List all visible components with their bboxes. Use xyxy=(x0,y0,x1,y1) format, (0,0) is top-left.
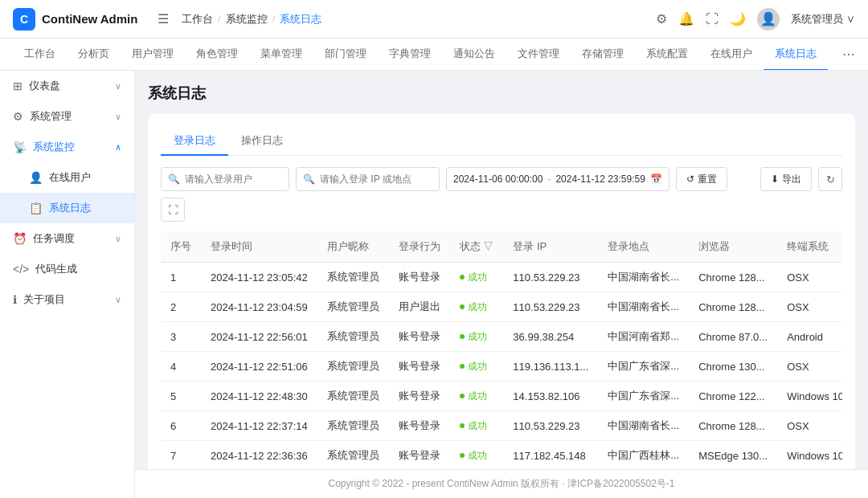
tab-user-manage[interactable]: 用户管理 xyxy=(121,39,185,71)
settings-icon[interactable]: ⚙ xyxy=(656,11,667,27)
cell-browser: MSEdge 130... xyxy=(689,441,777,470)
cell-time: 2024-11-12 22:37:14 xyxy=(201,411,317,441)
tab-analysis[interactable]: 分析页 xyxy=(67,39,121,71)
col-user: 用户昵称 xyxy=(317,231,389,263)
online-user-icon: 👤 xyxy=(29,171,43,184)
cell-status: 成功 xyxy=(450,322,504,352)
tab-online-user[interactable]: 在线用户 xyxy=(699,39,764,71)
codegen-icon: </> xyxy=(13,263,29,276)
cell-user: 系统管理员 xyxy=(317,352,389,382)
cell-user: 系统管理员 xyxy=(317,292,389,322)
col-status: 状态 ▽ xyxy=(450,231,504,263)
tab-dict-manage[interactable]: 字典管理 xyxy=(378,39,442,71)
cell-id: 3 xyxy=(161,322,201,352)
sidebar-label-about: 关于项目 xyxy=(23,292,65,307)
cell-action: 账号登录 xyxy=(389,411,450,441)
menu-toggle-icon[interactable]: ☰ xyxy=(158,11,169,27)
content-area: 系统日志 登录日志 操作日志 🔍 🔍 xyxy=(135,71,868,498)
col-ip: 登录 IP xyxy=(503,231,598,263)
reset-label: 重置 xyxy=(698,173,717,186)
expand-button[interactable]: ⛶ xyxy=(161,198,185,222)
cell-user: 系统管理员 xyxy=(317,263,389,292)
sidebar-item-online-user[interactable]: 👤 在线用户 xyxy=(0,162,134,193)
cell-os: OSX xyxy=(777,352,842,382)
col-action: 登录行为 xyxy=(389,231,450,263)
user-name[interactable]: 系统管理员 ∨ xyxy=(791,12,855,27)
cell-os: OSX xyxy=(777,263,842,292)
cell-action: 账号登录 xyxy=(389,352,450,382)
tab-sys-config[interactable]: 系统配置 xyxy=(635,39,699,71)
arrow-dashboard-icon: ∨ xyxy=(115,81,121,92)
tab-notice[interactable]: 通知公告 xyxy=(442,39,506,71)
table-row: 2 2024-11-12 23:04:59 系统管理员 用户退出 成功 110.… xyxy=(161,292,842,322)
ip-search[interactable]: 🔍 xyxy=(296,167,440,191)
cell-time: 2024-11-12 22:48:30 xyxy=(201,382,317,411)
cell-location: 中国湖南省长... xyxy=(598,292,689,322)
table-row: 6 2024-11-12 22:37:14 系统管理员 账号登录 成功 110.… xyxy=(161,411,842,441)
table-wrap: 序号 登录时间 用户昵称 登录行为 状态 ▽ 登录 IP 登录地点 浏览器 终端… xyxy=(161,231,842,469)
cell-browser: Chrome 128... xyxy=(689,263,777,292)
sidebar-item-about[interactable]: ℹ 关于项目 ∨ xyxy=(0,284,134,315)
user-search-input[interactable] xyxy=(185,173,281,185)
tab-storage[interactable]: 存储管理 xyxy=(571,39,635,71)
arrow-task-icon: ∨ xyxy=(115,234,121,244)
refresh-button[interactable]: ↻ xyxy=(818,167,842,191)
sidebar-item-sys-log[interactable]: 📋 系统日志 xyxy=(0,193,134,223)
cell-action: 账号登录 xyxy=(389,382,450,411)
theme-icon[interactable]: 🌙 xyxy=(730,11,746,27)
table-row: 7 2024-11-12 22:36:36 系统管理员 账号登录 成功 117.… xyxy=(161,441,842,470)
cell-status: 成功 xyxy=(450,352,504,382)
arrow-about-icon: ∨ xyxy=(115,295,121,305)
footer: Copyright © 2022 - present ContiNew Admi… xyxy=(135,469,868,498)
table-row: 4 2024-11-12 22:51:06 系统管理员 账号登录 成功 119.… xyxy=(161,352,842,382)
sidebar-label-sys-manage: 系统管理 xyxy=(30,109,72,124)
tab-dept-manage[interactable]: 部门管理 xyxy=(313,39,378,71)
search-ip-icon: 🔍 xyxy=(303,173,315,185)
cell-ip: 119.136.113.1... xyxy=(503,352,598,382)
cell-location: 中国广东省深... xyxy=(598,352,689,382)
header-right: ⚙ 🔔 ⛶ 🌙 👤 系统管理员 ∨ xyxy=(656,8,855,31)
cell-id: 7 xyxy=(161,441,201,470)
main-layout: ⊞ 仪表盘 ∨ ⚙ 系统管理 ∨ 📡 系统监控 ∧ 👤 在线用户 xyxy=(0,71,868,498)
reset-icon: ↺ xyxy=(686,173,694,185)
sub-tab-operation[interactable]: 操作日志 xyxy=(228,127,296,156)
sidebar-label-codegen: 代码生成 xyxy=(35,262,77,276)
tab-file-manage[interactable]: 文件管理 xyxy=(506,39,571,71)
cell-id: 2 xyxy=(161,292,201,322)
col-browser: 浏览器 xyxy=(689,231,777,263)
export-button[interactable]: ⬇ 导出 xyxy=(760,167,812,191)
cell-browser: Chrome 122... xyxy=(689,382,777,411)
about-icon: ℹ xyxy=(13,293,17,306)
search-user-icon: 🔍 xyxy=(168,173,180,185)
date-separator: - xyxy=(547,173,551,185)
tab-role-manage[interactable]: 角色管理 xyxy=(185,39,249,71)
logo-text: ContiNew Admin xyxy=(42,12,137,26)
cell-browser: Chrome 128... xyxy=(689,292,777,322)
sidebar-item-dashboard[interactable]: ⊞ 仪表盘 ∨ xyxy=(0,71,134,101)
cell-user: 系统管理员 xyxy=(317,322,389,352)
col-time: 登录时间 xyxy=(201,231,317,263)
reset-button[interactable]: ↺ 重置 xyxy=(676,167,727,191)
sys-manage-icon: ⚙ xyxy=(13,110,23,123)
user-search[interactable]: 🔍 xyxy=(161,167,289,191)
dashboard-icon: ⊞ xyxy=(13,80,23,92)
notification-icon[interactable]: 🔔 xyxy=(678,11,694,27)
ip-search-input[interactable] xyxy=(320,173,432,185)
sidebar-item-sys-monitor[interactable]: 📡 系统监控 ∧ xyxy=(0,132,134,162)
sidebar-item-codegen[interactable]: </> 代码生成 xyxy=(0,254,134,284)
sidebar-item-task-schedule[interactable]: ⏰ 任务调度 ∨ xyxy=(0,223,134,254)
fullscreen-icon[interactable]: ⛶ xyxy=(706,12,719,27)
cell-os: Windows 10 xyxy=(777,441,842,470)
date-range[interactable]: 2024-11-06 00:00:00 - 2024-11-12 23:59:5… xyxy=(446,167,669,191)
tab-workbench[interactable]: 工作台 xyxy=(13,39,67,71)
cell-location: 中国湖南省长... xyxy=(598,411,689,441)
tab-menu-manage[interactable]: 菜单管理 xyxy=(249,39,313,71)
avatar: 👤 xyxy=(757,8,780,31)
sidebar-item-sys-manage[interactable]: ⚙ 系统管理 ∨ xyxy=(0,101,134,132)
sub-tab-login[interactable]: 登录日志 xyxy=(161,127,228,156)
cell-os: OSX xyxy=(777,411,842,441)
tab-more-icon[interactable]: ⋯ xyxy=(842,47,855,62)
table-row: 3 2024-11-12 22:56:01 系统管理员 账号登录 成功 36.9… xyxy=(161,322,842,352)
cell-browser: Chrome 130... xyxy=(689,352,777,382)
tab-sys-log[interactable]: 系统日志 xyxy=(764,39,828,71)
